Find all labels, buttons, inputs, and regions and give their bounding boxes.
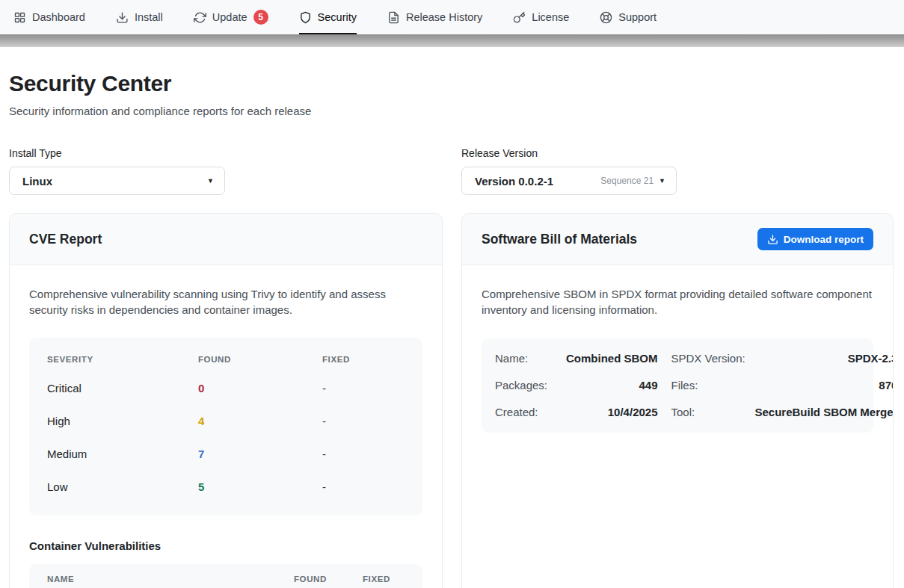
table-row: High 4 -: [47, 405, 405, 438]
nav-label-install: Install: [135, 11, 163, 23]
lifebuoy-icon: [600, 11, 612, 24]
install-type-select[interactable]: Linux ▼: [9, 167, 225, 195]
top-nav: Dashboard Install Update 5 Security Rele…: [0, 0, 904, 34]
severity-table: SEVERITY FOUND FIXED Critical 0 - High 4…: [29, 338, 422, 516]
download-icon: [767, 234, 778, 245]
nav-label-release-history: Release History: [406, 11, 482, 23]
page-title: Security Center: [9, 71, 895, 96]
severity-name: Medium: [47, 448, 198, 460]
sbom-info-value: SecureBuild SBOM Merger: [755, 399, 894, 426]
sbom-info-label: Files:: [671, 372, 755, 399]
sbom-info-value: SPDX-2.3: [755, 345, 894, 372]
download-icon: [116, 11, 129, 24]
container-vulnerabilities-title: Container Vulnerabilities: [29, 539, 422, 552]
sbom-info-value: 10/4/2025: [566, 399, 671, 426]
found-count: 5: [198, 480, 322, 493]
filters-row: Install Type Linux ▼ Release Version Ver…: [9, 147, 895, 195]
release-version-label: Release Version: [461, 147, 677, 159]
sequence-badge: Sequence 21: [600, 176, 654, 186]
nav-item-security[interactable]: Security: [299, 0, 357, 34]
cve-report-description: Comprehensive vulnerability scanning usi…: [29, 286, 422, 318]
nav-label-dashboard: Dashboard: [32, 11, 85, 23]
cve-report-body: Comprehensive vulnerability scanning usi…: [10, 265, 442, 588]
fixed-col-header: FIXED: [363, 575, 405, 584]
nav-item-support[interactable]: Support: [600, 0, 657, 34]
nav-item-install[interactable]: Install: [116, 0, 163, 34]
sbom-info-value: 870: [755, 372, 894, 399]
cve-report-card: CVE Report Comprehensive vulnerability s…: [9, 213, 443, 588]
report-cards-row: CVE Report Comprehensive vulnerability s…: [9, 213, 895, 588]
fixed-count: -: [322, 415, 405, 427]
severity-table-header: SEVERITY FOUND FIXED: [47, 347, 405, 372]
release-version-select[interactable]: Version 0.0.2-1 Sequence 21 ▼: [461, 167, 677, 195]
sbom-info-label: Tool:: [671, 399, 755, 426]
sbom-title: Software Bill of Materials: [482, 232, 637, 247]
sbom-info-label: Created:: [495, 399, 566, 426]
sbom-info-label: Packages:: [495, 372, 566, 399]
table-row: Critical 0 -: [47, 372, 405, 405]
refresh-icon: [194, 11, 206, 24]
sbom-info-value: Combined SBOM: [566, 345, 671, 372]
found-count: 0: [198, 382, 322, 394]
fixed-count: -: [322, 382, 405, 394]
nav-label-license: License: [532, 11, 569, 23]
found-col-header: FOUND: [294, 575, 363, 584]
cve-report-header: CVE Report: [10, 214, 442, 265]
main-content: Security Center Security information and…: [0, 71, 904, 588]
sbom-info-value: 449: [566, 372, 671, 399]
chevron-down-icon: ▼: [207, 178, 214, 185]
install-type-value: Linux: [22, 175, 52, 188]
severity-name: Critical: [47, 382, 198, 394]
document-icon: [387, 11, 400, 24]
sbom-info-label: SPDX Version:: [671, 345, 755, 372]
name-col-header: NAME: [47, 575, 294, 584]
release-version-filter: Release Version Version 0.0.2-1 Sequence…: [461, 147, 677, 195]
fixed-col-header: FIXED: [322, 355, 405, 364]
nav-label-security: Security: [318, 11, 357, 23]
release-version-value: Version 0.0.2-1: [475, 175, 553, 188]
fixed-count: -: [322, 448, 405, 460]
chevron-down-icon: ▼: [659, 178, 665, 185]
page-subtitle: Security information and compliance repo…: [9, 105, 895, 117]
nav-label-update: Update: [212, 11, 247, 23]
table-row: Medium 7 -: [47, 438, 405, 471]
cve-report-title: CVE Report: [29, 232, 102, 247]
install-type-label: Install Type: [9, 147, 225, 159]
nav-item-license[interactable]: License: [513, 0, 569, 34]
container-vulnerabilities-header: NAME FOUND FIXED: [29, 564, 422, 588]
sbom-card: Software Bill of Materials Download repo…: [461, 213, 894, 588]
sbom-body: Comprehensive SBOM in SPDX format provid…: [462, 265, 893, 454]
sbom-description: Comprehensive SBOM in SPDX format provid…: [482, 286, 873, 318]
fixed-count: -: [322, 480, 405, 493]
install-type-filter: Install Type Linux ▼: [9, 147, 225, 195]
nav-item-dashboard[interactable]: Dashboard: [13, 0, 85, 34]
found-col-header: FOUND: [198, 355, 322, 364]
sbom-header: Software Bill of Materials Download repo…: [462, 214, 893, 265]
shield-icon: [299, 11, 312, 24]
severity-name: High: [47, 415, 198, 427]
found-count: 4: [198, 415, 322, 427]
severity-name: Low: [47, 480, 198, 493]
download-report-label: Download report: [784, 234, 864, 245]
dashboard-grid-icon: [13, 11, 26, 24]
sbom-info-label: Name:: [495, 345, 566, 372]
header-shadow-divider: [0, 34, 904, 47]
update-count-badge: 5: [253, 10, 268, 25]
nav-item-release-history[interactable]: Release History: [387, 0, 482, 34]
nav-item-update[interactable]: Update 5: [194, 0, 268, 34]
found-count: 7: [198, 448, 322, 460]
table-row: Low 5 -: [47, 471, 405, 504]
sbom-info-grid: Name: Combined SBOM SPDX Version: SPDX-2…: [482, 338, 873, 433]
key-icon: [513, 11, 526, 24]
download-report-button[interactable]: Download report: [757, 228, 873, 250]
severity-col-header: SEVERITY: [47, 355, 198, 364]
nav-label-support: Support: [618, 11, 657, 23]
